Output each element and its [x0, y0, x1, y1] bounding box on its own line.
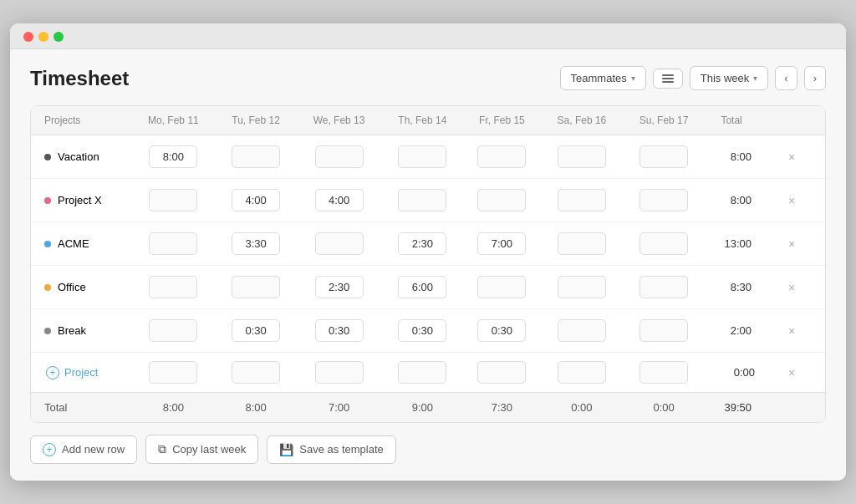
time-input-row0-day2[interactable] [315, 145, 364, 168]
app-window: Timesheet Teammates ▾ This week ▾ ‹ › [10, 23, 846, 481]
project-name-cell: Vacation [31, 142, 131, 171]
add-row-plus-icon: + [43, 443, 56, 456]
time-input-row4-day5[interactable] [558, 319, 606, 342]
time-input-row1-day6[interactable] [639, 189, 688, 211]
time-input-row1-day1[interactable] [232, 189, 280, 211]
col-header-thu: Th, Feb 14 [382, 106, 463, 135]
add-project-day3[interactable] [398, 361, 446, 384]
timesheet-table: Projects Mo, Feb 11 Tu, Feb 12 We, Feb 1… [31, 106, 825, 422]
time-input-row1-day5[interactable] [558, 189, 606, 211]
time-input-row3-day5[interactable] [558, 276, 606, 298]
prev-week-button[interactable]: ‹ [775, 66, 797, 90]
time-input-row3-day2[interactable] [315, 276, 364, 298]
footer-label: Total [31, 393, 131, 423]
add-project-plus-icon: + [46, 366, 59, 379]
save-template-label: Save as template [299, 443, 383, 456]
time-input-row0-day3[interactable] [398, 145, 446, 168]
add-project-day0[interactable] [149, 361, 197, 384]
timesheet-table-container: Projects Mo, Feb 11 Tu, Feb 12 We, Feb 1… [30, 105, 826, 423]
col-header-total: Total [705, 106, 758, 135]
time-input-row4-day0[interactable] [149, 319, 197, 342]
list-view-button[interactable] [653, 69, 683, 89]
project-name: ACME [58, 237, 89, 250]
teammates-button[interactable]: Teammates ▾ [560, 66, 646, 90]
delete-cell: × [758, 135, 825, 179]
time-input-row2-day2[interactable] [315, 232, 364, 255]
time-input-row3-day6[interactable] [639, 276, 688, 298]
project-name: Vacation [58, 150, 99, 163]
footer-sun: 0:00 [623, 393, 705, 423]
this-week-button[interactable]: This week ▾ [690, 66, 769, 90]
footer-thu: 9:00 [382, 393, 463, 423]
time-input-row0-day5[interactable] [558, 145, 606, 168]
minimize-button[interactable] [38, 32, 48, 42]
footer-total: 39:50 [705, 393, 758, 423]
save-template-icon: 💾 [279, 443, 293, 456]
close-button[interactable] [23, 32, 33, 42]
col-header-tue: Tu, Feb 12 [216, 106, 297, 135]
project-name: Project X [58, 194, 102, 206]
add-project-day4[interactable] [477, 361, 526, 384]
add-project-day6[interactable] [639, 361, 688, 384]
delete-cell: × [758, 266, 825, 309]
time-input-row1-day0[interactable] [149, 189, 197, 211]
bottom-bar: + Add new row ⧉ Copy last week 💾 Save as… [30, 423, 826, 467]
time-input-row2-day0[interactable] [149, 232, 197, 255]
add-project-label[interactable]: + Project [34, 366, 128, 379]
project-name-cell: Break [31, 316, 131, 345]
time-input-row2-day3[interactable] [398, 232, 446, 255]
time-input-row0-day0[interactable] [149, 145, 197, 168]
time-input-row3-day3[interactable] [398, 276, 446, 298]
time-input-row3-day0[interactable] [149, 276, 197, 298]
time-input-row1-day2[interactable] [315, 189, 364, 211]
row-total: 2:00 [705, 309, 758, 353]
add-project-day1[interactable] [232, 361, 280, 384]
time-input-row0-day6[interactable] [639, 145, 688, 168]
time-input-row3-day1[interactable] [232, 276, 280, 298]
col-header-mon: Mo, Feb 11 [131, 106, 216, 135]
delete-row-button[interactable]: × [785, 278, 798, 297]
time-input-row2-day6[interactable] [639, 232, 688, 255]
time-input-row0-day1[interactable] [232, 145, 280, 168]
time-input-row4-day2[interactable] [315, 319, 364, 342]
totals-footer-row: Total 8:00 8:00 7:00 9:00 7:30 0:00 0:00… [31, 393, 825, 423]
col-header-projects: Projects [31, 106, 131, 135]
row-total: 8:00 [705, 135, 758, 179]
add-project-row[interactable]: + Project 0:00× [31, 353, 825, 393]
time-input-row4-day6[interactable] [639, 319, 688, 342]
row-total: 13:00 [705, 222, 758, 266]
add-project-day2[interactable] [315, 361, 364, 384]
time-input-row1-day3[interactable] [398, 189, 446, 211]
delete-row-button[interactable]: × [785, 235, 798, 253]
add-new-row-button[interactable]: + Add new row [30, 435, 137, 464]
app-body: Timesheet Teammates ▾ This week ▾ ‹ › [10, 49, 846, 481]
delete-row-button[interactable]: × [785, 148, 798, 166]
copy-last-week-button[interactable]: ⧉ Copy last week [145, 435, 258, 464]
time-input-row4-day3[interactable] [398, 319, 446, 342]
delete-row-button[interactable]: × [785, 191, 798, 210]
time-input-row4-day1[interactable] [232, 319, 280, 342]
project-dot [44, 197, 51, 204]
add-project-day5[interactable] [558, 361, 606, 384]
add-project-delete-button[interactable]: × [785, 364, 798, 382]
maximize-button[interactable] [54, 32, 64, 42]
delete-row-button[interactable]: × [785, 322, 798, 340]
col-header-fri: Fr, Feb 15 [463, 106, 541, 135]
time-input-row3-day4[interactable] [477, 276, 526, 298]
next-week-button[interactable]: › [804, 66, 826, 90]
add-project-text: Project [64, 366, 98, 379]
table-row: Office 8:30× [31, 266, 825, 309]
project-name-cell: Project X [31, 186, 131, 215]
delete-cell: × [758, 309, 825, 353]
time-input-row4-day4[interactable] [477, 319, 526, 342]
save-as-template-button[interactable]: 💾 Save as template [267, 435, 395, 464]
time-input-row2-day4[interactable] [477, 232, 526, 255]
time-input-row2-day1[interactable] [232, 232, 280, 255]
time-input-row0-day4[interactable] [477, 145, 526, 168]
project-dot [44, 328, 51, 334]
time-input-row1-day4[interactable] [477, 189, 526, 211]
table-row: ACME 13:00× [31, 222, 825, 266]
time-input-row2-day5[interactable] [558, 232, 606, 255]
header-controls: Teammates ▾ This week ▾ ‹ › [560, 66, 826, 90]
project-name-cell: Office [31, 272, 131, 302]
